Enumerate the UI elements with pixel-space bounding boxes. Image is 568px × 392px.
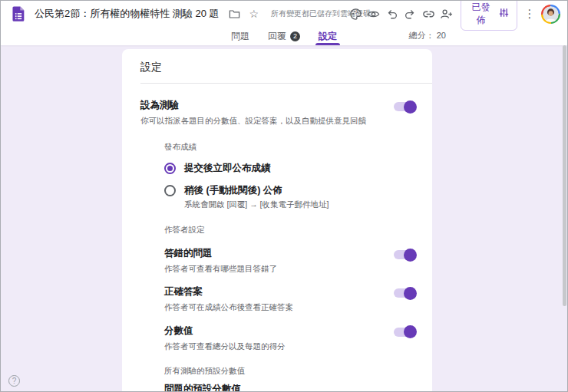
correct-answers-description: 作答者可在成績公布後查看正確答案 (164, 301, 293, 312)
tab-questions[interactable]: 問題 (222, 27, 259, 45)
tab-settings-label: 設定 (319, 30, 337, 43)
make-quiz-description: 你可以指派各題目的分數值、設定答案，以及自動提供意見回饋 (140, 115, 366, 126)
avatar[interactable] (541, 5, 560, 24)
respondent-settings-label: 作答者設定 (164, 225, 415, 236)
point-values-title: 分數值 (164, 324, 286, 338)
release-later-note: 系統會開啟 [回覆] → [收集電子郵件地址] (184, 199, 415, 210)
radio-selected-icon[interactable] (164, 163, 176, 174)
missed-questions-description: 作答者可查看有哪些題目答錯了 (164, 263, 277, 274)
tab-responses[interactable]: 回覆 2 (259, 27, 309, 45)
missed-questions-title: 答錯的問題 (164, 247, 277, 260)
help-icon[interactable]: ? (8, 375, 20, 387)
point-values-row: 分數值 作答者可查看總分以及每題的得分 (164, 324, 415, 351)
document-title[interactable]: 公民第2節：所有權的物權特性 測驗 20 題 (35, 7, 220, 21)
more-options-kebab-icon[interactable]: ⋮ (522, 7, 537, 21)
tabs: 問題 回覆 2 設定 (222, 27, 346, 45)
scrollbar[interactable] (563, 45, 566, 306)
forms-logo-icon[interactable] (10, 5, 27, 22)
add-collaborator-icon[interactable] (438, 4, 456, 24)
tab-responses-label: 回覆 (268, 30, 286, 43)
star-icon[interactable]: ☆ (249, 8, 259, 19)
settings-card: 設定 設為測驗 你可以指派各題目的分數值、設定答案，以及自動提供意見回饋 發布成… (122, 49, 432, 392)
quiz-defaults-label: 所有測驗的預設分數值 (164, 366, 415, 377)
published-button-label: 已發佈 (469, 1, 493, 27)
copy-link-icon[interactable] (419, 4, 438, 24)
move-to-folder-icon[interactable] (229, 8, 240, 20)
publish-settings-sliders-icon (499, 8, 509, 20)
total-points-value: 20 (437, 31, 446, 40)
correct-answers-toggle[interactable] (394, 288, 415, 298)
missed-questions-toggle[interactable] (394, 250, 415, 259)
tab-settings[interactable]: 設定 (309, 27, 346, 45)
settings-page: 設定 設為測驗 你可以指派各題目的分數值、設定答案，以及自動提供意見回饋 發布成… (1, 45, 567, 392)
default-points-row: 問題的預設分數值 每個新問題的分數值 分 (164, 383, 415, 392)
release-later-option[interactable]: 稍後 (手動批閱後) 公佈 (164, 184, 415, 197)
published-button[interactable]: 已發佈 (461, 0, 517, 31)
release-grades-label: 發布成績 (164, 142, 415, 153)
settings-heading: 設定 (122, 49, 432, 83)
top-bar-left: 公民第2節：所有權的物權特性 測驗 20 題 ☆ 所有變更都已儲存到雲端硬碟 (10, 5, 346, 22)
missed-questions-row: 答錯的問題 作答者可查看有哪些題目答錯了 (164, 247, 415, 274)
missed-questions-text: 答錯的問題 作答者可查看有哪些題目答錯了 (164, 247, 277, 274)
release-later-label: 稍後 (手動批閱後) 公佈 (184, 184, 282, 197)
default-points-text: 問題的預設分數值 每個新問題的分數值 (164, 383, 241, 392)
make-quiz-title: 設為測驗 (140, 99, 366, 112)
total-points: 總分：20 (409, 30, 446, 41)
correct-answers-title: 正確答案 (164, 285, 293, 298)
preview-eye-icon[interactable] (365, 4, 383, 24)
release-immediately-label: 提交後立即公布成績 (184, 162, 271, 175)
release-immediately-option[interactable]: 提交後立即公布成績 (164, 162, 415, 175)
redo-icon[interactable] (401, 4, 420, 24)
default-points-title: 問題的預設分數值 (164, 383, 241, 392)
tabs-bar: 問題 回覆 2 設定 總分：20 (1, 27, 567, 45)
tab-questions-label: 問題 (231, 30, 249, 43)
avatar-photo (543, 6, 559, 22)
point-values-toggle[interactable] (394, 328, 415, 337)
top-bar-right: 已發佈 ⋮ (346, 0, 560, 31)
point-values-text: 分數值 作答者可查看總分以及每題的得分 (164, 324, 286, 351)
total-points-label: 總分： (409, 31, 434, 40)
top-bar: 公民第2節：所有權的物權特性 測驗 20 題 ☆ 所有變更都已儲存到雲端硬碟 (1, 1, 567, 27)
undo-icon[interactable] (383, 4, 401, 24)
make-quiz-toggle[interactable] (394, 102, 415, 111)
app-header: 公民第2節：所有權的物權特性 測驗 20 題 ☆ 所有變更都已儲存到雲端硬碟 (1, 1, 567, 45)
make-quiz-text: 設為測驗 你可以指派各題目的分數值、設定答案，以及自動提供意見回饋 (140, 99, 366, 126)
point-values-description: 作答者可查看總分以及每題的得分 (164, 341, 286, 351)
responses-count-badge: 2 (290, 31, 300, 41)
google-forms-window: 公民第2節：所有權的物權特性 測驗 20 題 ☆ 所有變更都已儲存到雲端硬碟 (0, 0, 568, 392)
radio-unselected-icon[interactable] (164, 185, 176, 196)
correct-answers-text: 正確答案 作答者可在成績公布後查看正確答案 (164, 285, 293, 312)
make-quiz-row: 設為測驗 你可以指派各題目的分數值、設定答案，以及自動提供意見回饋 (122, 84, 432, 130)
quiz-subsection: 發布成績 提交後立即公布成績 稍後 (手動批閱後) 公佈 系統會開啟 [回覆] … (122, 142, 432, 392)
correct-answers-row: 正確答案 作答者可在成績公布後查看正確答案 (164, 285, 415, 312)
theme-palette-icon[interactable] (346, 4, 365, 24)
